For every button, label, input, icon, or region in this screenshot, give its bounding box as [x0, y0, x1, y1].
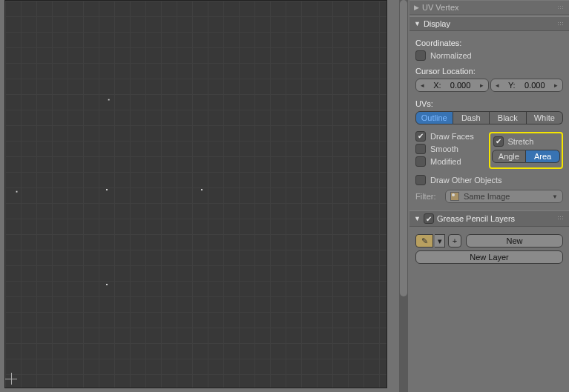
cursor-x-value: 0.000 [450, 81, 471, 90]
draw-mode-white[interactable]: White [527, 111, 564, 124]
modified-label: Modified [430, 157, 461, 166]
panel-title: UV Vertex [422, 3, 459, 12]
chevron-updown-icon: ▼ [552, 193, 558, 200]
decrement-icon[interactable]: ◂ [421, 82, 424, 89]
increment-icon[interactable]: ▸ [480, 82, 484, 89]
checkbox-icon[interactable] [415, 50, 426, 61]
collapse-icon: ▼ [414, 20, 421, 27]
grease-pencil-toggle[interactable] [424, 213, 434, 224]
checkbox-icon[interactable] [415, 156, 426, 167]
filter-label: Filter: [415, 192, 442, 201]
normalized-label: Normalized [430, 51, 472, 60]
panel-title: Display [424, 19, 450, 28]
checkbox-icon[interactable] [415, 131, 426, 142]
plus-icon: + [453, 236, 457, 245]
filter-dropdown[interactable]: Same Image ▼ [445, 190, 563, 203]
uv-arm-top[interactable] [106, 94, 201, 189]
modified-checkbox[interactable]: Modified [415, 156, 484, 167]
smooth-checkbox[interactable]: Smooth [415, 144, 484, 154]
panel-header-grease-pencil[interactable]: ▼ Grease Pencil Layers [410, 210, 569, 227]
draw-other-label: Draw Other Objects [430, 176, 502, 185]
uv-arm-bottom[interactable] [106, 284, 201, 379]
panel-header-uv-vertex[interactable]: ▶ UV Vertex [410, 0, 569, 15]
draw-other-objects-checkbox[interactable]: Draw Other Objects [415, 175, 563, 185]
add-datablock-button[interactable]: + [448, 234, 461, 248]
cursor-y-label: Y: [508, 81, 516, 90]
cursor-y-value: 0.000 [524, 81, 545, 90]
decrement-icon[interactable]: ◂ [496, 82, 499, 89]
stretch-mode-area[interactable]: Area [526, 150, 560, 163]
uv-arm-left[interactable] [11, 189, 106, 284]
panel-body-grease-pencil: ✎ ▾ + New New Layer [410, 227, 569, 271]
coordinates-label: Coordinates: [415, 39, 563, 47]
chevron-updown-icon: ▾ [438, 236, 442, 246]
uv-draw-mode-segmented: Outline Dash Black White [415, 111, 563, 124]
uvs-label: UVs: [415, 99, 563, 108]
uv-arm-center[interactable] [106, 189, 201, 284]
uv-editor-viewport[interactable]: // placeholder - faces drawn below via s… [4, 0, 387, 388]
uv-arm-right[interactable] [201, 189, 296, 284]
panel-body-display: Coordinates: Normalized Cursor Location:… [410, 31, 569, 210]
panel-title: Grease Pencil Layers [437, 214, 515, 223]
stretch-mode-angle[interactable]: Angle [492, 150, 527, 163]
datablock-dropdown[interactable]: ▾ [435, 234, 445, 248]
draw-mode-black[interactable]: Black [490, 111, 527, 124]
checkbox-icon[interactable] [493, 136, 504, 147]
cursor-origin-icon [5, 373, 20, 388]
checkbox-icon[interactable] [415, 144, 426, 154]
new-layer-button[interactable]: New Layer [415, 250, 563, 264]
new-label: New [506, 236, 522, 245]
filter-value: Same Image [464, 192, 510, 201]
scrollbar-thumb[interactable] [400, 0, 407, 296]
cursor-y-field[interactable]: ◂ Y: 0.000 ▸ [490, 79, 564, 92]
cursor-x-field[interactable]: ◂ X: 0.000 ▸ [415, 79, 489, 92]
draw-faces-label: Draw Faces [430, 132, 474, 141]
properties-sidebar: ▶ UV Vertex ▼ Display Coordinates: Norma… [410, 0, 569, 392]
draw-mode-outline[interactable]: Outline [415, 111, 453, 124]
draw-faces-checkbox[interactable]: Draw Faces [415, 131, 484, 142]
draw-mode-dash[interactable]: Dash [453, 111, 490, 124]
drag-handle-icon[interactable] [557, 5, 565, 10]
panel-header-display[interactable]: ▼ Display [410, 16, 569, 31]
filter-row: Filter: Same Image ▼ [415, 190, 563, 203]
increment-icon[interactable]: ▸ [554, 82, 558, 89]
grease-pencil-datablock[interactable]: ✎ [415, 234, 433, 248]
stretch-mode-segmented: Angle Area [492, 150, 561, 163]
drag-handle-icon[interactable] [557, 216, 565, 220]
stretch-highlight-box: Stretch Angle Area [489, 132, 564, 169]
stretch-label: Stretch [508, 137, 534, 146]
expand-icon: ▶ [414, 4, 419, 11]
smooth-label: Smooth [430, 144, 458, 153]
drag-handle-icon[interactable] [557, 21, 565, 26]
new-grease-pencil-button[interactable]: New [466, 234, 563, 248]
cursor-location-label: Cursor Location: [415, 67, 563, 76]
stretch-checkbox[interactable]: Stretch [493, 136, 559, 147]
image-icon [450, 192, 459, 201]
normalized-checkbox-row[interactable]: Normalized [415, 50, 563, 61]
new-layer-label: New Layer [470, 253, 509, 262]
pencil-icon: ✎ [421, 236, 428, 246]
panel-scrollbar[interactable] [399, 0, 408, 392]
collapse-icon: ▼ [414, 215, 421, 222]
cursor-x-label: X: [433, 81, 441, 90]
checkbox-icon[interactable] [415, 175, 426, 185]
